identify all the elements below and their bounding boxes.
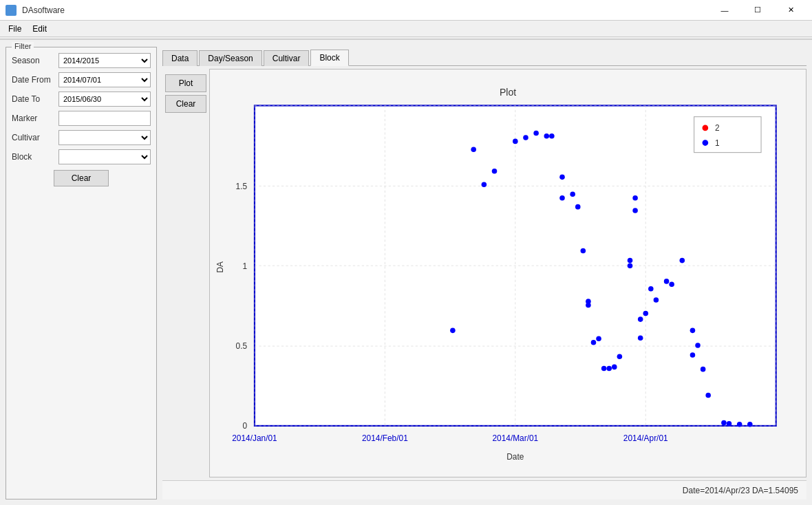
svg-point-55 [643, 311, 648, 316]
svg-point-27 [450, 328, 456, 334]
svg-rect-22 [694, 117, 761, 153]
svg-text:1: 1 [715, 138, 720, 148]
season-row: Season 2014/2015 [12, 53, 151, 68]
date-from-control: 2014/07/01 [58, 72, 151, 87]
marker-input[interactable] [58, 111, 151, 126]
svg-point-65 [705, 393, 711, 398]
svg-point-46 [606, 366, 612, 372]
svg-point-60 [680, 258, 685, 264]
chart-clear-button[interactable]: Clear [165, 95, 206, 113]
tab-block[interactable]: Block [310, 50, 348, 66]
season-select[interactable]: 2014/2015 [58, 53, 151, 68]
cultivar-label: Cultivar [12, 133, 58, 142]
svg-text:1.5: 1.5 [236, 182, 248, 191]
svg-point-35 [549, 133, 555, 139]
svg-point-28 [471, 147, 476, 153]
date-from-label: Date From [12, 75, 58, 85]
minimize-button[interactable]: — [709, 0, 740, 21]
plot-button[interactable]: Plot [165, 74, 206, 92]
marker-label: Marker [12, 114, 58, 123]
svg-point-61 [690, 352, 696, 358]
svg-point-66 [721, 420, 727, 426]
svg-point-56 [648, 286, 654, 292]
svg-point-36 [559, 175, 565, 180]
svg-text:2014/Mar/01: 2014/Mar/01 [492, 433, 538, 443]
svg-point-40 [581, 248, 586, 254]
cultivar-select[interactable] [58, 130, 151, 145]
scatter-chart: Plot 0 0.5 [210, 69, 806, 477]
filter-panel: Filter Season 2014/2015 Date From 2014/0… [6, 47, 157, 499]
svg-point-42 [586, 299, 591, 304]
window-title: DAsoftware [22, 6, 65, 15]
svg-point-29 [482, 182, 487, 187]
tabs-row: Data Day/Season Cultivar Block [162, 47, 806, 66]
svg-point-59 [669, 281, 674, 287]
svg-point-67 [727, 421, 732, 427]
title-bar: DAsoftware — ☐ ✕ [0, 0, 812, 21]
date-to-row: Date To 2015/06/30 [12, 92, 151, 107]
title-bar-left: DAsoftware [6, 5, 65, 16]
block-row: Block [12, 149, 151, 164]
svg-point-62 [690, 328, 696, 334]
season-control: 2014/2015 [58, 53, 151, 68]
block-control [58, 149, 151, 164]
svg-text:Plot: Plot [500, 87, 516, 98]
right-panel: Data Day/Season Cultivar Block Plot Clea… [162, 47, 806, 499]
filter-legend: Filter [12, 42, 34, 50]
svg-text:0: 0 [243, 421, 248, 431]
svg-point-57 [654, 297, 659, 303]
cultivar-control [58, 130, 151, 145]
tab-day-season[interactable]: Day/Season [199, 50, 261, 66]
svg-point-33 [533, 131, 539, 136]
status-text: Date=2014/Apr/23 DA=1.54095 [683, 486, 798, 495]
svg-point-63 [695, 343, 701, 348]
edit-menu[interactable]: Edit [27, 23, 52, 35]
toolbar-divider [0, 39, 812, 40]
filter-clear-button[interactable]: Clear [54, 170, 109, 186]
tab-data[interactable]: Data [162, 50, 197, 66]
svg-point-45 [601, 366, 607, 372]
svg-point-64 [701, 367, 706, 372]
close-button[interactable]: ✕ [775, 0, 806, 21]
app-icon [6, 5, 17, 16]
svg-point-30 [492, 169, 498, 174]
svg-text:2: 2 [715, 123, 720, 133]
svg-point-69 [747, 422, 753, 427]
svg-point-52 [632, 195, 638, 201]
status-bar: Date=2014/Apr/23 DA=1.54095 [162, 480, 806, 499]
maximize-button[interactable]: ☐ [742, 0, 773, 21]
file-menu[interactable]: File [3, 23, 27, 35]
tab-cultivar[interactable]: Cultivar [264, 50, 310, 66]
block-select[interactable] [58, 149, 151, 164]
date-from-select[interactable]: 2014/07/01 [58, 72, 151, 87]
svg-point-32 [523, 135, 528, 140]
season-label: Season [12, 56, 58, 65]
date-to-select[interactable]: 2015/06/30 [58, 92, 151, 107]
svg-point-68 [737, 422, 742, 427]
svg-point-54 [638, 316, 643, 322]
marker-row: Marker [12, 111, 151, 126]
menu-bar: File Edit [0, 21, 812, 37]
svg-text:0.5: 0.5 [236, 341, 248, 351]
svg-text:DA: DA [215, 261, 225, 273]
svg-point-49 [628, 263, 633, 268]
svg-point-34 [544, 133, 550, 139]
svg-text:2014/Feb/01: 2014/Feb/01 [362, 433, 408, 443]
svg-point-47 [612, 365, 617, 370]
svg-text:2014/Jan/01: 2014/Jan/01 [232, 433, 277, 443]
svg-point-39 [575, 204, 581, 210]
svg-point-38 [570, 191, 575, 197]
svg-point-25 [703, 140, 709, 146]
date-to-control: 2015/06/30 [58, 92, 151, 107]
svg-point-53 [638, 335, 643, 341]
svg-point-37 [559, 195, 565, 201]
svg-point-58 [664, 279, 670, 284]
date-from-row: Date From 2014/07/01 [12, 72, 151, 87]
marker-control [58, 111, 151, 126]
svg-point-48 [617, 354, 623, 359]
svg-point-51 [632, 208, 638, 213]
svg-text:Date: Date [506, 452, 524, 462]
chart-area-wrapper: Plot Clear Plot [162, 69, 806, 477]
svg-point-23 [703, 125, 709, 131]
svg-text:2014/Apr/01: 2014/Apr/01 [623, 433, 668, 443]
